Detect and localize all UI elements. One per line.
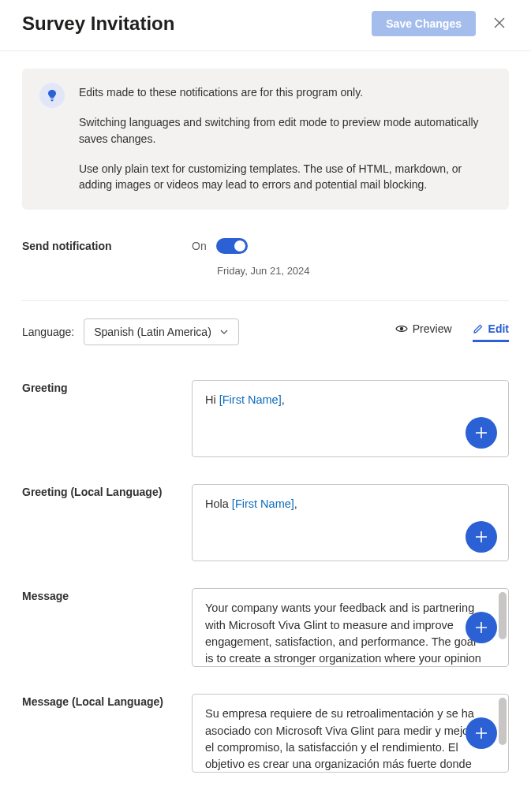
greeting-local-prefix: Hola xyxy=(205,497,232,510)
toggle-knob xyxy=(234,240,245,251)
notification-date: Friday, Jun 21, 2024 xyxy=(217,265,509,277)
info-panel: Edits made to these notifications are fo… xyxy=(22,69,509,210)
eye-icon xyxy=(395,324,408,333)
greeting-local-add-button[interactable] xyxy=(466,521,497,553)
greeting-token: [First Name] xyxy=(219,393,282,406)
info-line-2: Switching languages and switching from e… xyxy=(79,114,492,147)
message-local-add-button[interactable] xyxy=(466,717,497,749)
greeting-prefix: Hi xyxy=(205,393,219,406)
svg-rect-3 xyxy=(51,100,54,101)
pencil-icon xyxy=(473,323,484,334)
greeting-add-button[interactable] xyxy=(466,417,497,449)
scrollbar[interactable] xyxy=(499,698,507,745)
close-button[interactable] xyxy=(490,13,509,35)
greeting-editor[interactable]: Hi [First Name], xyxy=(192,380,509,457)
info-line-1: Edits made to these notifications are fo… xyxy=(79,84,492,100)
page-title: Survey Invitation xyxy=(22,13,174,35)
language-label: Language: xyxy=(22,326,74,338)
toggle-state-label: On xyxy=(192,240,207,252)
language-select[interactable]: Spanish (Latin America) xyxy=(84,318,239,345)
lightbulb-icon xyxy=(39,83,65,108)
message-local-text: Su empresa requiere de su retroalimentac… xyxy=(205,706,491,773)
svg-rect-2 xyxy=(50,99,54,99)
greeting-local-label: Greeting (Local Language) xyxy=(22,484,192,498)
svg-point-4 xyxy=(400,327,403,330)
send-notification-toggle[interactable] xyxy=(216,238,248,254)
greeting-local-editor[interactable]: Hola [First Name], xyxy=(192,484,509,561)
language-selected-value: Spanish (Latin America) xyxy=(94,326,211,338)
greeting-local-suffix: , xyxy=(294,497,297,510)
plus-icon xyxy=(474,726,488,740)
message-add-button[interactable] xyxy=(466,612,497,643)
greeting-suffix: , xyxy=(282,393,285,406)
plus-icon xyxy=(474,620,488,635)
greeting-label: Greeting xyxy=(22,380,192,394)
tab-edit-label: Edit xyxy=(488,322,509,335)
message-editor[interactable]: Your company wants your feedback and is … xyxy=(192,588,509,667)
message-local-editor[interactable]: Su empresa requiere de su retroalimentac… xyxy=(192,694,509,773)
save-changes-button[interactable]: Save Changes xyxy=(372,11,476,36)
info-line-3: Use only plain text for customizing temp… xyxy=(79,161,492,193)
plus-icon xyxy=(474,426,488,440)
message-label: Message xyxy=(22,588,192,602)
close-icon xyxy=(493,17,506,29)
message-local-label: Message (Local Language) xyxy=(22,694,192,708)
scrollbar[interactable] xyxy=(499,592,507,639)
tab-edit[interactable]: Edit xyxy=(473,322,509,342)
message-text: Your company wants your feedback and is … xyxy=(205,600,491,667)
chevron-down-icon xyxy=(219,327,229,337)
divider xyxy=(22,300,509,301)
greeting-local-token: [First Name] xyxy=(232,497,294,510)
tab-preview[interactable]: Preview xyxy=(395,322,452,342)
tab-preview-label: Preview xyxy=(413,322,452,335)
send-notification-label: Send notification xyxy=(22,238,192,252)
plus-icon xyxy=(474,530,488,544)
